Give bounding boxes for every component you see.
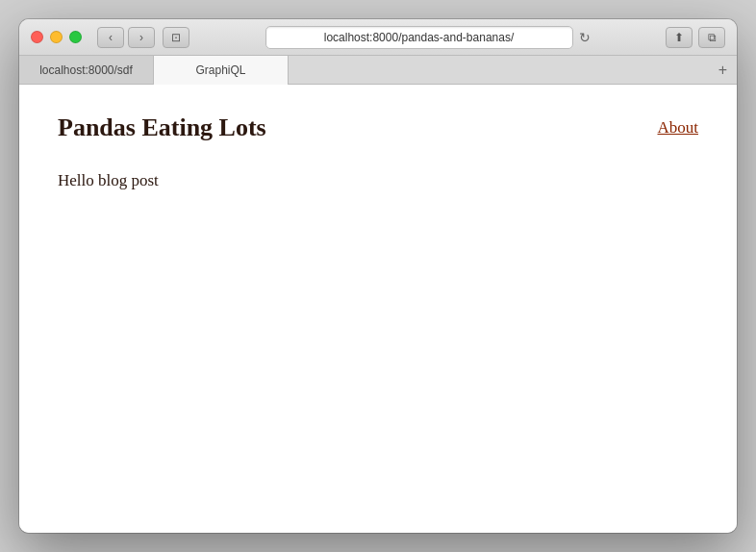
new-window-button[interactable]: ⧉ <box>698 27 725 48</box>
back-button[interactable]: ‹ <box>97 27 124 48</box>
share-icon: ⬆ <box>674 31 684 44</box>
sidebar-icon: ⊡ <box>171 31 181 44</box>
browser-window: ‹ › ⊡ localhost:8000/pandas-and-bananas/… <box>19 19 737 533</box>
forward-icon: › <box>139 31 143 44</box>
title-bar: ‹ › ⊡ localhost:8000/pandas-and-bananas/… <box>19 19 737 56</box>
forward-button[interactable]: › <box>128 27 155 48</box>
traffic-lights <box>31 31 82 43</box>
address-bar[interactable]: localhost:8000/pandas-and-bananas/ <box>265 26 573 49</box>
tab-add-button[interactable]: + <box>709 56 737 84</box>
nav-buttons: ‹ › <box>97 27 155 48</box>
minimize-button[interactable] <box>50 31 63 43</box>
toolbar-right: ⬆ ⧉ <box>666 27 725 48</box>
blog-post-title: Hello blog post <box>58 171 698 190</box>
close-button[interactable] <box>31 31 43 43</box>
page-content: Pandas Eating Lots About Hello blog post <box>19 85 737 533</box>
refresh-button[interactable]: ↻ <box>579 30 591 45</box>
tab-1-label: localhost:8000/sdf <box>39 63 133 77</box>
sidebar-button[interactable]: ⊡ <box>163 27 189 48</box>
site-title: Pandas Eating Lots <box>58 113 266 142</box>
site-header: Pandas Eating Lots About <box>58 113 698 142</box>
new-window-icon: ⧉ <box>708 31 717 44</box>
tab-add-icon: + <box>718 62 727 79</box>
address-bar-container: localhost:8000/pandas-and-bananas/ ↻ <box>189 26 666 49</box>
about-link[interactable]: About <box>658 118 699 138</box>
url-text: localhost:8000/pandas-and-bananas/ <box>324 31 514 44</box>
maximize-button[interactable] <box>69 31 82 43</box>
back-icon: ‹ <box>109 31 113 44</box>
tab-1[interactable]: localhost:8000/sdf <box>19 56 154 84</box>
share-button[interactable]: ⬆ <box>666 27 693 48</box>
tab-2-label: GraphiQL <box>195 63 245 77</box>
tabs-bar: localhost:8000/sdf GraphiQL + <box>19 56 737 85</box>
tab-2[interactable]: GraphiQL <box>154 56 289 85</box>
